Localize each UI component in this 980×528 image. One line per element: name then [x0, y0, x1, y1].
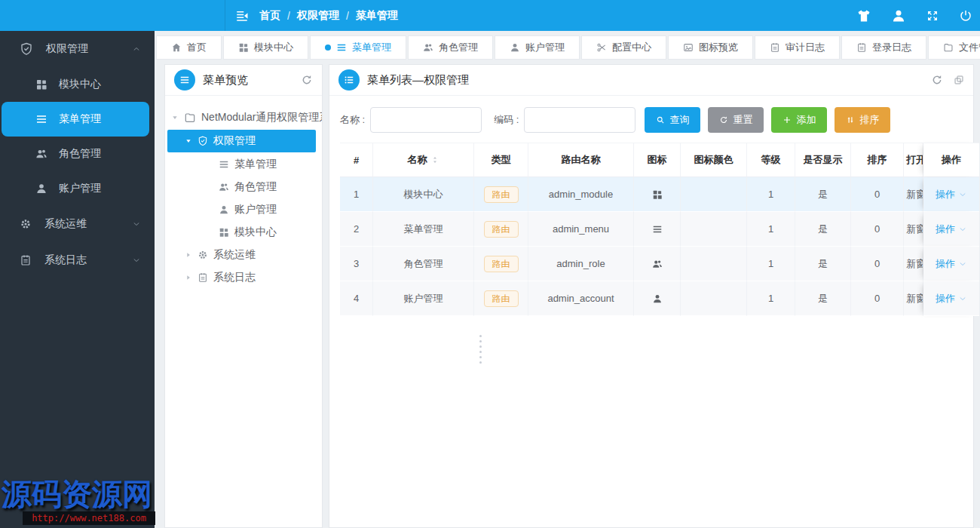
- table-row[interactable]: 1 模块中心 路由 admin_module 1 是 0 新窗口: [340, 177, 979, 212]
- table-row[interactable]: 4 账户管理 路由 admin_account 1 是 0 新窗口: [340, 281, 979, 316]
- breadcrumb-home[interactable]: 首页: [259, 9, 280, 23]
- cell-visible: 是: [795, 177, 851, 212]
- sidebar-item-label: 系统日志: [44, 253, 132, 267]
- tree-node-permission-selected[interactable]: 权限管理: [167, 130, 316, 152]
- tree-node-label: 模块中心: [234, 226, 277, 239]
- tab-audit-log[interactable]: 审计日志: [755, 35, 840, 60]
- refresh-icon[interactable]: [931, 74, 943, 86]
- sidebar: 权限管理 模块中心 菜单管理 角色管理 账户管理 系统运维 系统日志: [0, 31, 155, 528]
- sort-carets-icon: [430, 155, 439, 164]
- tree-node-label: 账户管理: [234, 203, 277, 216]
- sort-button[interactable]: 排序: [835, 107, 890, 133]
- fullscreen-icon[interactable]: [926, 9, 939, 23]
- sidebar-item-system-ops[interactable]: 系统运维: [0, 206, 155, 242]
- cell-sort: 0: [851, 281, 904, 316]
- tab-icon-preview[interactable]: 图标预览: [668, 35, 753, 60]
- chevron-down-icon: [958, 259, 967, 269]
- shield-check-icon: [20, 42, 33, 56]
- tab-config-center[interactable]: 配置中心: [581, 35, 666, 60]
- sidebar-item-module-center[interactable]: 模块中心: [0, 67, 155, 102]
- menu-table: # 名称 类型 路由名称 图标 图标颜色: [340, 143, 979, 316]
- tree-panel-header: 菜单预览: [165, 65, 322, 96]
- operations-dropdown[interactable]: 操作: [936, 292, 967, 305]
- tab-home[interactable]: 首页: [156, 35, 222, 60]
- caret-down-icon[interactable]: [185, 137, 192, 145]
- reset-button[interactable]: 重置: [708, 107, 764, 133]
- chevron-down-icon: [958, 294, 967, 303]
- caret-right-icon[interactable]: [185, 274, 192, 281]
- query-button[interactable]: 查询: [645, 107, 700, 133]
- cell-index: 3: [340, 247, 373, 281]
- tree-node-system-logs[interactable]: 系统日志: [165, 266, 322, 289]
- col-icon-color: 图标颜色: [681, 143, 747, 177]
- cell-operations: 操作: [923, 212, 979, 247]
- grid-icon: [219, 227, 229, 238]
- name-sort-toggle[interactable]: 名称: [408, 153, 439, 167]
- sidebar-item-label: 权限管理: [46, 42, 132, 56]
- sidebar-item-role-management[interactable]: 角色管理: [0, 137, 155, 171]
- route-tag: 路由: [484, 256, 519, 272]
- log-icon: [20, 254, 32, 266]
- panel-resize-grip[interactable]: [479, 335, 482, 364]
- operations-dropdown[interactable]: 操作: [936, 188, 967, 201]
- add-button[interactable]: 添加: [771, 107, 827, 133]
- menu-circle-icon: [174, 69, 195, 91]
- col-name: 名称: [373, 143, 474, 177]
- caret-down-icon[interactable]: [171, 114, 179, 121]
- tab-label: 图标预览: [699, 41, 738, 54]
- breadcrumb-permission[interactable]: 权限管理: [297, 9, 339, 23]
- cell-visible: 是: [795, 247, 851, 281]
- tab-file-management[interactable]: 文件管理: [928, 35, 980, 60]
- operations-dropdown[interactable]: 操作: [936, 257, 967, 271]
- tree-node-system-ops[interactable]: 系统运维: [165, 244, 322, 266]
- tree-node-menu[interactable]: 菜单管理: [165, 153, 322, 176]
- user-icon[interactable]: [891, 8, 906, 23]
- cell-open-mode-clipped: 新窗口: [904, 212, 923, 247]
- users-icon: [634, 259, 680, 269]
- cell-type: 路由: [474, 212, 528, 247]
- menu-icon: [634, 224, 680, 235]
- tabstrip: 首页 模块中心 菜单管理 角色管理 账户管理 配置中心: [155, 31, 980, 60]
- tree-node-module[interactable]: 模块中心: [165, 221, 322, 244]
- chevron-down-icon: [132, 219, 141, 229]
- sidebar-item-menu-management[interactable]: 菜单管理: [2, 102, 149, 137]
- tab-module-center[interactable]: 模块中心: [223, 35, 308, 60]
- tree-node-label: 系统运维: [213, 248, 256, 262]
- code-filter-input[interactable]: [524, 107, 635, 133]
- cell-route: admin_role: [528, 247, 634, 281]
- user-icon: [510, 42, 520, 53]
- cell-route: admin_module: [528, 177, 634, 212]
- power-icon[interactable]: [959, 9, 972, 23]
- name-filter-input[interactable]: [370, 107, 482, 133]
- fullscreen-copy-icon[interactable]: [954, 75, 964, 85]
- tab-role-management[interactable]: 角色管理: [408, 35, 493, 60]
- log-icon: [770, 42, 780, 53]
- theme-tshirt-icon[interactable]: [856, 8, 871, 23]
- operations-dropdown[interactable]: 操作: [936, 223, 967, 236]
- tab-login-log[interactable]: 登录日志: [841, 35, 926, 60]
- chevron-down-icon: [958, 225, 967, 234]
- table-row[interactable]: 3 角色管理 路由 admin_role 1 是 0 新窗口: [340, 247, 979, 281]
- cell-route: admin_account: [528, 281, 634, 316]
- cell-icon-color: [681, 247, 747, 281]
- name-filter-label: 名称 :: [340, 113, 365, 127]
- sidebar-item-label: 角色管理: [59, 147, 101, 161]
- tab-account-management[interactable]: 账户管理: [495, 35, 580, 60]
- grid-icon: [35, 78, 47, 91]
- menu-fold-icon[interactable]: [235, 9, 249, 23]
- app-root: 首页 / 权限管理 / 菜单管理 权限管理 模块中心 菜单管理: [0, 0, 980, 528]
- tree-node-role[interactable]: 角色管理: [165, 176, 322, 198]
- refresh-icon[interactable]: [301, 74, 313, 86]
- sidebar-item-system-logs[interactable]: 系统日志: [0, 242, 155, 278]
- tab-menu-management[interactable]: 菜单管理: [310, 35, 406, 60]
- breadcrumb-menu[interactable]: 菜单管理: [356, 9, 398, 23]
- table-row[interactable]: 2 菜单管理 路由 admin_menu 1 是 0 新窗口: [340, 212, 979, 247]
- caret-right-icon[interactable]: [185, 251, 192, 259]
- tree-node-label: 角色管理: [234, 180, 277, 194]
- sidebar-item-permission-group[interactable]: 权限管理: [0, 31, 155, 67]
- tree-node-root[interactable]: NetModular通用权限管理系统: [165, 106, 322, 129]
- tree-node-account[interactable]: 账户管理: [165, 198, 322, 221]
- cell-sort: 0: [851, 177, 904, 212]
- topbar-actions: [856, 0, 972, 31]
- sidebar-item-account-management[interactable]: 账户管理: [0, 171, 155, 206]
